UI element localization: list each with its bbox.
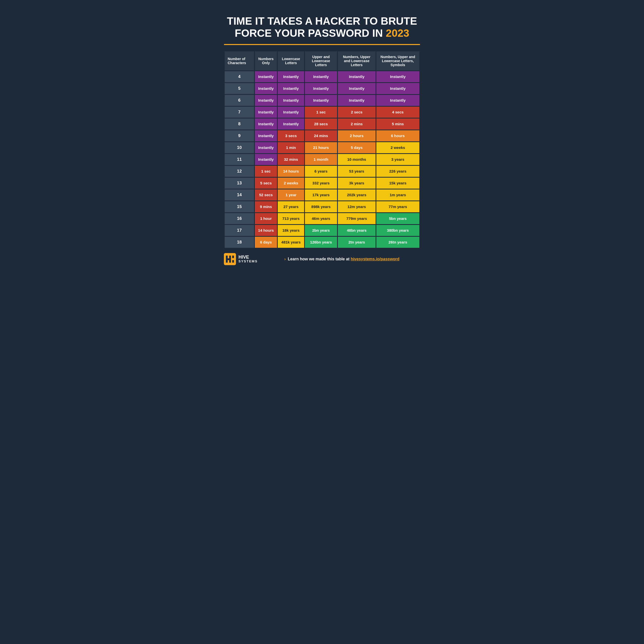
- title-highlight: 2023: [386, 27, 409, 39]
- table-cell: 12m years: [338, 201, 376, 212]
- cta-url[interactable]: hivesystems.io/password: [351, 257, 399, 261]
- main-container: TIME IT TAKES A HACKER TO BRUTE FORCE YO…: [216, 8, 428, 270]
- char-number: 14: [225, 189, 254, 200]
- table-row: 121 sec14 hours6 years53 years226 years: [225, 166, 419, 177]
- table-cell: 5 days: [338, 142, 376, 153]
- char-number: 8: [225, 118, 254, 130]
- table-cell: 226 years: [376, 166, 419, 177]
- hive-logo-icon: [224, 253, 236, 265]
- svg-rect-3: [229, 256, 231, 263]
- table-cell: 53 years: [338, 166, 376, 177]
- table-cell: 21 hours: [305, 142, 337, 153]
- table-cell: Instantly: [278, 95, 304, 106]
- logo-hive: HIVE: [238, 255, 258, 259]
- table-cell: 28 secs: [305, 118, 337, 130]
- table-cell: 5 mins: [376, 118, 419, 130]
- table-cell: 4 secs: [376, 107, 419, 118]
- table-cell: 77m years: [376, 201, 419, 212]
- header-numbers-only: Numbers Only: [255, 51, 277, 70]
- char-number: 6: [225, 95, 254, 106]
- table-cell: 48bn years: [338, 225, 376, 236]
- table-cell: Instantly: [255, 71, 277, 82]
- table-row: 9Instantly3 secs24 mins2 hours6 hours: [225, 130, 419, 141]
- table-cell: 14 hours: [255, 225, 277, 236]
- table-cell: 46m years: [305, 213, 337, 224]
- logo-area: HIVE SYSTEMS: [224, 253, 259, 265]
- table-cell: 380bn years: [376, 225, 419, 236]
- table-cell: 10 months: [338, 154, 376, 165]
- table-cell: 3 years: [376, 154, 419, 165]
- title-plain: FORCE YOUR PASSWORD IN: [235, 27, 386, 39]
- table-cell: 779m years: [338, 213, 376, 224]
- char-number: 10: [225, 142, 254, 153]
- table-cell: 3k years: [338, 178, 376, 189]
- header-num-upper-lower: Numbers, Upper and Lowercase Letters: [338, 51, 376, 70]
- table-cell: 2 weeks: [376, 142, 419, 153]
- header-lowercase: Lowercase Letters: [278, 51, 304, 70]
- svg-rect-4: [232, 256, 234, 258]
- table-cell: 2 hours: [338, 130, 376, 141]
- char-number: 18: [225, 237, 254, 248]
- table-cell: 1 sec: [305, 107, 337, 118]
- char-number: 5: [225, 83, 254, 94]
- table-cell: Instantly: [376, 95, 419, 106]
- table-cell: 26tn years: [376, 237, 419, 248]
- table-cell: 2 weeks: [278, 178, 304, 189]
- table-cell: Instantly: [338, 71, 376, 82]
- char-number: 7: [225, 107, 254, 118]
- char-number: 9: [225, 130, 254, 141]
- table-cell: Instantly: [278, 71, 304, 82]
- table-cell: Instantly: [255, 142, 277, 153]
- table-cell: 15k years: [376, 178, 419, 189]
- table-cell: 17k years: [305, 189, 337, 200]
- footer: HIVE SYSTEMS › Learn how we made this ta…: [224, 253, 420, 265]
- table-cell: 27 years: [278, 201, 304, 212]
- char-number: 13: [225, 178, 254, 189]
- char-number: 17: [225, 225, 254, 236]
- table-cell: Instantly: [278, 83, 304, 94]
- table-cell: Instantly: [255, 154, 277, 165]
- table-cell: Instantly: [255, 130, 277, 141]
- table-row: 1714 hours18k years2bn years48bn years38…: [225, 225, 419, 236]
- table-cell: 1 hour: [255, 213, 277, 224]
- table-cell: Instantly: [376, 83, 419, 94]
- footer-cta: › Learn how we made this table at hivesy…: [264, 257, 420, 261]
- table-cell: 1 year: [278, 189, 304, 200]
- logo-text: HIVE SYSTEMS: [238, 255, 258, 263]
- svg-rect-5: [232, 260, 234, 263]
- cta-text: Learn how we made this table at: [288, 257, 351, 261]
- table-row: 135 secs2 weeks332 years3k years15k year…: [225, 178, 419, 189]
- table-cell: 2 mins: [338, 118, 376, 130]
- table-cell: Instantly: [255, 83, 277, 94]
- table-cell: Instantly: [305, 71, 337, 82]
- table-cell: Instantly: [338, 95, 376, 106]
- char-number: 12: [225, 166, 254, 177]
- table-cell: Instantly: [278, 118, 304, 130]
- title-line1: TIME IT TAKES A HACKER TO BRUTE: [224, 15, 420, 27]
- table-cell: 24 mins: [305, 130, 337, 141]
- table-cell: 5bn years: [376, 213, 419, 224]
- table-cell: Instantly: [255, 118, 277, 130]
- svg-rect-6: [232, 258, 234, 260]
- title-line2: FORCE YOUR PASSWORD IN 2023: [224, 27, 420, 39]
- table-row: 8InstantlyInstantly28 secs2 mins5 mins: [225, 118, 419, 130]
- table-cell: 14 hours: [278, 166, 304, 177]
- table-cell: 481k years: [278, 237, 304, 248]
- table-row: 186 days481k years126bn years2tn years26…: [225, 237, 419, 248]
- table-row: 1452 secs1 year17k years202k years1m yea…: [225, 189, 419, 200]
- table-cell: 1 month: [305, 154, 337, 165]
- table-cell: 1 sec: [255, 166, 277, 177]
- table-row: 4InstantlyInstantlyInstantlyInstantlyIns…: [225, 71, 419, 82]
- title-divider: [224, 44, 420, 45]
- table-cell: Instantly: [278, 107, 304, 118]
- table-cell: 1m years: [376, 189, 419, 200]
- table-cell: Instantly: [376, 71, 419, 82]
- header-chars: Number of Characters: [225, 51, 254, 70]
- header-upper-lower: Upper and Lowercase Letters: [305, 51, 337, 70]
- table-cell: 3 secs: [278, 130, 304, 141]
- table-cell: Instantly: [305, 95, 337, 106]
- table-cell: 2 secs: [338, 107, 376, 118]
- table-cell: Instantly: [338, 83, 376, 94]
- table-cell: Instantly: [255, 95, 277, 106]
- table-row: 6InstantlyInstantlyInstantlyInstantlyIns…: [225, 95, 419, 106]
